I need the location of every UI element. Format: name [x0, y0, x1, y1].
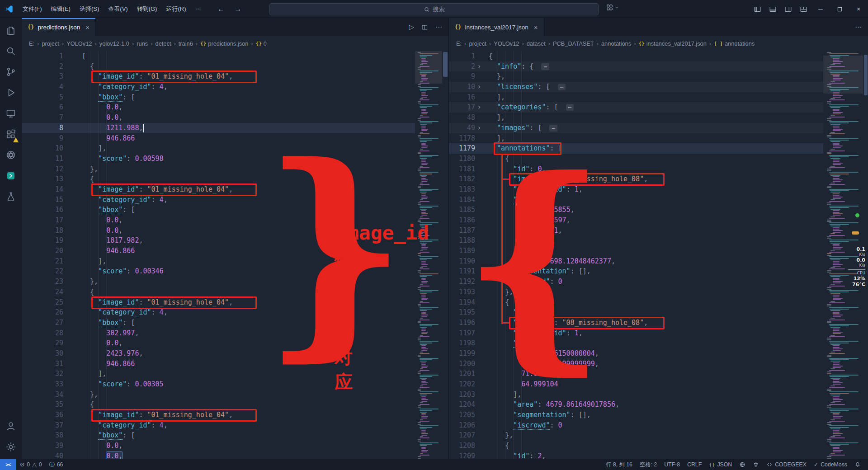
- back-arrow-icon[interactable]: ←: [217, 5, 224, 13]
- line-number[interactable]: 29: [22, 338, 63, 348]
- line-number[interactable]: 16: [449, 92, 475, 103]
- code-line[interactable]: 38 "bbox": [: [22, 430, 415, 441]
- code-line[interactable]: 1180 {: [449, 154, 823, 164]
- code-text[interactable]: "category_id": 4,: [75, 82, 415, 92]
- source-control-icon[interactable]: [0, 61, 22, 82]
- line-number[interactable]: 1186: [449, 215, 475, 226]
- status-utf-8[interactable]: UTF-8: [660, 459, 684, 470]
- line-number[interactable]: 38: [22, 430, 63, 441]
- line-number[interactable]: 1182: [449, 174, 475, 184]
- code-line[interactable]: 1200 1051.0012199999999,: [449, 359, 823, 369]
- search-icon[interactable]: [0, 41, 22, 61]
- fold-chevron-icon[interactable]: ›: [475, 102, 483, 113]
- line-number[interactable]: 9: [449, 71, 475, 82]
- code-line[interactable]: 7 0.0,: [22, 113, 415, 123]
- line-number[interactable]: 6: [22, 102, 63, 113]
- code-line[interactable]: 1179 "annotations": [: [449, 143, 823, 154]
- code-line[interactable]: 16 "bbox": [: [22, 205, 415, 215]
- info-indicator[interactable]: ⓘ66: [45, 459, 66, 470]
- breadcrumb-item[interactable]: train6: [179, 40, 193, 47]
- code-line[interactable]: 1196 "image_id": "08_missing_hole_08",: [449, 318, 823, 328]
- code-line[interactable]: 23 },: [22, 277, 415, 287]
- code-text[interactable]: },: [483, 287, 823, 297]
- code-line[interactable]: 24 {: [22, 287, 415, 297]
- fold-chevron-icon[interactable]: ›: [475, 123, 483, 133]
- code-text[interactable]: 64.999104: [483, 379, 823, 390]
- code-text[interactable]: 946.866: [75, 246, 415, 256]
- code-text[interactable]: {: [483, 297, 823, 308]
- code-text[interactable]: "category_id": 4,: [75, 420, 415, 431]
- code-text[interactable]: "image_id": "01_missing_hole_04",: [75, 71, 415, 82]
- testing-icon[interactable]: [0, 186, 22, 207]
- line-number[interactable]: 35: [22, 400, 63, 410]
- line-number[interactable]: 5: [22, 92, 63, 103]
- line-number[interactable]: 1207: [449, 430, 475, 441]
- code-text[interactable]: ],: [483, 92, 823, 103]
- code-text[interactable]: 1817.982,: [75, 235, 415, 246]
- line-number[interactable]: 33: [22, 379, 63, 390]
- code-text[interactable]: 946.866: [75, 359, 415, 369]
- code-text[interactable]: {: [75, 400, 415, 410]
- code-line[interactable]: 5 "bbox": [: [22, 92, 415, 103]
- code-text[interactable]: "bbox": [: [483, 338, 823, 348]
- line-number[interactable]: 10: [22, 143, 63, 154]
- menu-item[interactable]: 选择(S): [75, 0, 104, 18]
- code-line[interactable]: 9 946.866: [22, 133, 415, 144]
- code-line[interactable]: 9 },: [449, 71, 823, 82]
- code-line[interactable]: 10› "licenses": [ ⋯: [449, 82, 823, 92]
- line-number[interactable]: 1: [22, 51, 63, 61]
- line-number[interactable]: 1184: [449, 195, 475, 205]
- code-line[interactable]: 1{: [449, 51, 823, 61]
- code-text[interactable]: },: [75, 164, 415, 174]
- code-text[interactable]: },: [75, 390, 415, 400]
- more-icon[interactable]: ⋯: [855, 23, 862, 31]
- line-number[interactable]: 17: [22, 215, 63, 226]
- code-line[interactable]: 17 0.0,: [22, 215, 415, 226]
- code-text[interactable]: 74.00067: [483, 235, 823, 246]
- code-line[interactable]: 18 0.0,: [22, 226, 415, 236]
- code-text[interactable]: "id": 1,: [483, 307, 823, 318]
- code-line[interactable]: 1181 "id": 0,: [449, 164, 823, 174]
- code-text[interactable]: "licenses": [ ⋯: [483, 82, 823, 92]
- code-line[interactable]: 8 1211.988,: [22, 123, 415, 133]
- line-number[interactable]: 2: [22, 61, 63, 72]
- tab-predictions-json[interactable]: {} predictions.json ×: [22, 18, 96, 36]
- folded-region[interactable]: ⋯: [558, 84, 566, 90]
- code-line[interactable]: 1190 "area": 5698.12048462377,: [449, 256, 823, 267]
- problems-indicator[interactable]: ⊘0 △0: [16, 459, 45, 470]
- line-number[interactable]: 1206: [449, 420, 475, 431]
- line-number[interactable]: 1188: [449, 235, 475, 246]
- code-text[interactable]: 0.0,: [75, 441, 415, 451]
- code-text[interactable]: 1443.999597,: [483, 215, 823, 226]
- code-text[interactable]: 1303.9985855,: [483, 205, 823, 215]
- remote-indicator-button[interactable]: ><: [0, 459, 16, 470]
- code-line[interactable]: 1183 "category_id": 1,: [449, 184, 823, 195]
- code-text[interactable]: ],: [483, 113, 823, 123]
- code-line[interactable]: 26 "category_id": 4,: [22, 307, 415, 318]
- line-number[interactable]: 20: [22, 246, 63, 256]
- line-number[interactable]: 1185: [449, 205, 475, 215]
- line-number[interactable]: 1198: [449, 338, 475, 348]
- line-number[interactable]: 1199: [449, 348, 475, 359]
- status-空格-2[interactable]: 空格: 2: [636, 459, 660, 470]
- line-number[interactable]: 1189: [449, 246, 475, 256]
- line-number[interactable]: 9: [22, 133, 63, 144]
- breadcrumb-item[interactable]: project: [42, 40, 59, 47]
- line-number[interactable]: 16: [22, 205, 63, 215]
- customize-layout-icon[interactable]: [796, 0, 811, 18]
- line-number[interactable]: 1194: [449, 297, 475, 308]
- explorer-icon[interactable]: [0, 20, 22, 41]
- status-crlf[interactable]: CRLF: [684, 459, 705, 470]
- line-number[interactable]: 1205: [449, 410, 475, 420]
- folded-region[interactable]: ⋯: [566, 104, 574, 111]
- line-number[interactable]: 12: [22, 164, 63, 174]
- code-text[interactable]: {: [483, 51, 823, 61]
- breadcrumb-item[interactable]: E:: [456, 40, 462, 47]
- code-text[interactable]: 0.0,: [75, 451, 415, 459]
- code-text[interactable]: "bbox": [: [75, 92, 415, 103]
- code-line[interactable]: 2› "info": { ⋯: [449, 61, 823, 72]
- code-text[interactable]: ],: [75, 256, 415, 267]
- forward-arrow-icon[interactable]: →: [234, 5, 241, 13]
- code-text[interactable]: "image_id": "01_missing_hole_04",: [75, 297, 415, 308]
- code-line[interactable]: 34 },: [22, 390, 415, 400]
